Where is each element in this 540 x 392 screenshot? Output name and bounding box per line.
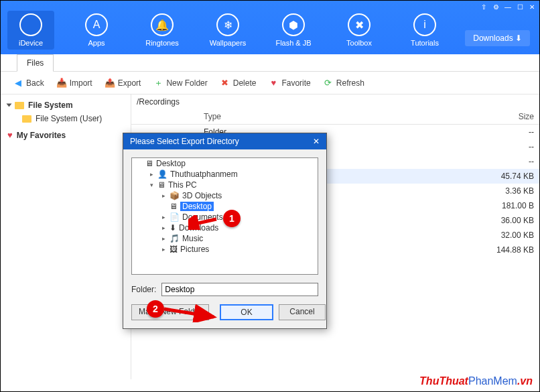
nav-wallpapers[interactable]: ❄ Wallpapers	[204, 11, 251, 50]
folder-tree-item[interactable]: ▸🎵Music	[132, 233, 318, 244]
delete-button[interactable]: ✖Delete	[220, 78, 257, 88]
gear-icon[interactable]: ⚙	[491, 2, 500, 11]
close-icon[interactable]: ✕	[527, 2, 537, 11]
favorite-label: Favorite	[281, 78, 310, 88]
refresh-label: Refresh	[336, 78, 364, 88]
apple-icon	[19, 13, 42, 36]
folder-tree-item[interactable]: ▸🖼Pictures	[132, 244, 318, 255]
refresh-icon: ⟳	[323, 78, 334, 88]
folder-icon: 📦	[170, 191, 180, 200]
cell-size: --	[472, 156, 539, 167]
folder-icon: ⬇	[170, 223, 176, 233]
cell-size: --	[472, 141, 539, 152]
import-icon: 📥	[56, 78, 67, 88]
col-size-header[interactable]: Size	[472, 109, 539, 124]
folder-tree-item[interactable]: 🖥Desktop	[132, 158, 318, 169]
tree-file-system-user[interactable]: File System (User)	[3, 112, 128, 125]
folder-icon	[22, 115, 31, 123]
folder-icon: 📄	[170, 212, 180, 222]
col-type-header[interactable]: Type	[198, 109, 292, 124]
app-header: ⇧ ⚙ — ☐ ✕ iDevice A Apps 🔔 Ringtones ❄ W…	[1, 1, 539, 54]
info-icon: i	[413, 13, 436, 36]
tabs-row: Files	[1, 54, 539, 72]
pin-icon[interactable]: ⇧	[479, 2, 488, 11]
folder-icon: 🖼	[170, 245, 178, 254]
folder-tree-label: Pictures	[180, 245, 209, 254]
chevron-down-icon	[7, 104, 12, 107]
nav-apps[interactable]: A Apps	[73, 11, 120, 50]
heart-icon: ♥	[7, 130, 13, 140]
sidebar-tree: File System File System (User) ♥ My Favo…	[1, 94, 131, 379]
back-label: Back	[26, 78, 44, 88]
new-folder-label: New Folder	[166, 78, 207, 88]
chevron-icon: ▸	[148, 171, 155, 178]
window-controls: ⇧ ⚙ — ☐ ✕	[479, 2, 537, 11]
nav-ringtones[interactable]: 🔔 Ringtones	[139, 11, 186, 50]
export-button[interactable]: 📤Export	[105, 78, 141, 88]
export-directory-dialog: Please Select Export Directory ✕ 🖥Deskto…	[123, 133, 327, 329]
delete-icon: ✖	[220, 78, 230, 88]
minimize-icon[interactable]: —	[503, 2, 513, 11]
nav-label: Ringtones	[145, 39, 179, 47]
folder-tree-item[interactable]: ▸👤Thuthuatphanmem	[132, 169, 318, 180]
cell-size: 181.00 B	[472, 200, 539, 211]
downloads-label: Downloads	[473, 34, 513, 43]
nav-label: Flash & JB	[275, 39, 311, 47]
download-icon: ⬇	[515, 34, 522, 43]
folder-input[interactable]	[161, 283, 318, 296]
export-label: Export	[118, 78, 141, 88]
tree-label: File System	[28, 101, 73, 110]
cell-size: 32.00 KB	[472, 230, 539, 241]
annotation-badge-2: 2	[147, 300, 164, 318]
tree-label: My Favorites	[17, 131, 66, 140]
svg-line-0	[192, 219, 216, 224]
back-button[interactable]: ◀Back	[13, 78, 44, 88]
folder-tree-item[interactable]: ▸📦3D Objects	[132, 190, 318, 201]
favorite-button[interactable]: ♥Favorite	[268, 78, 310, 88]
refresh-button[interactable]: ⟳Refresh	[323, 78, 364, 88]
import-button[interactable]: 📥Import	[56, 78, 92, 88]
tree-my-favorites[interactable]: ♥ My Favorites	[3, 128, 128, 142]
cancel-button[interactable]: Cancel	[279, 304, 326, 320]
annotation-arrow-2	[161, 304, 219, 322]
folder-tree-item[interactable]: ▾🖥This PC	[132, 180, 318, 190]
flash-icon: ⬢	[282, 13, 305, 36]
ok-button[interactable]: OK	[220, 304, 273, 320]
apps-icon: A	[85, 13, 108, 36]
nav-toolbox[interactable]: ✖ Toolbox	[336, 11, 383, 50]
chevron-icon: ▾	[148, 182, 155, 188]
nav-flash-jb[interactable]: ⬢ Flash & JB	[270, 11, 317, 50]
wallpaper-icon: ❄	[216, 13, 239, 36]
folder-icon: 🎵	[170, 234, 180, 243]
folder-tree-item[interactable]: 🖥Desktop	[132, 201, 318, 212]
maximize-icon[interactable]: ☐	[515, 2, 525, 11]
nav-label: iDevice	[19, 39, 43, 47]
dialog-title: Please Select Export Directory	[130, 137, 239, 146]
cell-size: 36.00 KB	[472, 215, 539, 226]
dialog-close-icon[interactable]: ✕	[313, 137, 320, 146]
nav-tutorials[interactable]: i Tutorials	[401, 11, 448, 50]
downloads-button[interactable]: Downloads ⬇	[465, 30, 530, 46]
folder-tree-label: Thuthuatphanmem	[170, 170, 238, 179]
folder-tree-label: 3D Objects	[182, 191, 222, 200]
nav-idevice[interactable]: iDevice	[7, 11, 54, 50]
watermark: ThuThuatPhanMem.vn	[419, 375, 533, 387]
col-spacer	[131, 109, 198, 124]
folder-icon: 🖥	[170, 202, 178, 211]
annotation-arrow-1	[188, 215, 219, 230]
folder-icon: 🖥	[157, 180, 165, 190]
dialog-titlebar: Please Select Export Directory ✕	[123, 133, 326, 149]
main-nav: iDevice A Apps 🔔 Ringtones ❄ Wallpapers …	[7, 5, 448, 50]
chevron-icon: ▸	[160, 235, 167, 242]
cell-size: --	[472, 127, 539, 137]
tree-file-system[interactable]: File System	[3, 99, 128, 112]
favorite-icon: ♥	[268, 78, 279, 88]
cell-size: 144.88 KB	[472, 245, 539, 255]
tab-files[interactable]: Files	[17, 54, 54, 72]
export-icon: 📤	[105, 78, 115, 88]
folder-icon	[15, 102, 24, 109]
chevron-icon: ▸	[160, 214, 167, 220]
back-icon: ◀	[13, 78, 23, 88]
new-folder-button[interactable]: ＋New Folder	[153, 78, 207, 88]
chevron-icon: ▸	[160, 192, 167, 199]
